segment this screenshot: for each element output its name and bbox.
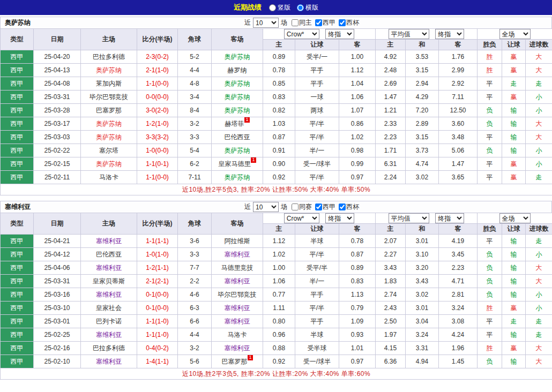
- away-team-link[interactable]: 赫罗纳: [228, 66, 247, 74]
- result-cell: 胜: [478, 342, 502, 355]
- filter-checkbox[interactable]: 同主: [292, 18, 312, 27]
- games-count-select[interactable]: 10: [253, 18, 279, 28]
- filter-checkbox[interactable]: 西甲: [315, 18, 335, 27]
- away-team-link[interactable]: 阿拉维斯: [225, 237, 250, 245]
- odds-handicap-cell: 平/半: [295, 131, 339, 144]
- away-team-link[interactable]: 奥萨苏纳: [225, 93, 250, 101]
- away-team-link[interactable]: 巴塞罗那: [221, 358, 247, 365]
- layout-radio[interactable]: [297, 4, 304, 11]
- odds-home-cell: 1.06: [263, 275, 295, 288]
- home-team-link[interactable]: 巴列卡诺: [96, 318, 122, 325]
- col-odds-home: 主: [263, 224, 295, 235]
- filter-checkbox-input[interactable]: [339, 203, 346, 210]
- odds-away-cell: 1.04: [339, 77, 376, 91]
- league-cell: 西甲: [1, 355, 34, 368]
- home-team-link[interactable]: 塞维利亚: [96, 291, 122, 298]
- filter-checkbox[interactable]: 西杯: [339, 202, 359, 212]
- average-select[interactable]: 平均值: [389, 29, 429, 39]
- away-team-link[interactable]: 奥萨苏纳: [225, 107, 250, 114]
- filter-checkbox[interactable]: 西杯: [339, 18, 359, 27]
- away-team-link[interactable]: 塞维利亚: [225, 251, 250, 258]
- average-select[interactable]: 平均值: [389, 213, 429, 223]
- odds-stage-select[interactable]: 终指: [325, 213, 354, 223]
- home-team-link[interactable]: 巴拉多利德: [93, 344, 125, 352]
- odds-home-cell: 0.85: [263, 77, 295, 91]
- home-team-link[interactable]: 巴拉多利德: [93, 53, 125, 61]
- scope-select[interactable]: 全场: [499, 29, 531, 39]
- filter-checkboxes: 同主西甲西杯: [292, 18, 359, 27]
- layout-option-horizontal[interactable]: 横版: [297, 3, 318, 12]
- away-team-link[interactable]: 奥萨苏纳: [225, 147, 250, 154]
- home-team-link[interactable]: 塞维利亚: [96, 331, 122, 338]
- section-header: 奥萨苏纳 近 10 场 同主西甲西杯: [0, 17, 552, 28]
- away-team-link[interactable]: 塞维利亚: [225, 344, 250, 352]
- home-team-link[interactable]: 塞尔塔: [99, 147, 118, 154]
- home-team-link[interactable]: 奥萨苏纳: [96, 160, 122, 168]
- away-team-link[interactable]: 皇家马德里: [218, 160, 250, 168]
- filter-checkbox-input[interactable]: [339, 19, 346, 26]
- filter-checkbox[interactable]: 西甲: [315, 202, 335, 212]
- result-cell: 胜: [478, 64, 502, 77]
- home-team-link[interactable]: 毕尔巴鄂竞技: [89, 93, 128, 101]
- date-cell: 25-02-11: [34, 171, 81, 184]
- summary-row: 近10场,胜2平3负5, 胜率:20% 让胜率:20% 大率:40% 单率:60…: [1, 368, 552, 380]
- away-team-link[interactable]: 奥萨苏纳: [225, 80, 250, 87]
- team-section: 奥萨苏纳 近 10 场 同主西甲西杯 类型 日期 主场 比: [0, 17, 552, 195]
- home-team-link[interactable]: 皇家社会: [96, 304, 122, 312]
- score-cell: 0-1(0-0): [137, 301, 178, 315]
- away-team-link[interactable]: 塞维利亚: [225, 277, 250, 285]
- away-team-cell: 塞维利亚: [212, 301, 263, 315]
- away-team-link[interactable]: 塞维利亚: [225, 318, 250, 325]
- filter-checkbox[interactable]: 同赛: [292, 202, 312, 212]
- score-cell: 1-0(1-0): [137, 248, 178, 261]
- home-team-link[interactable]: 马洛卡: [99, 174, 118, 181]
- layout-radio[interactable]: [269, 4, 276, 11]
- home-team-link[interactable]: 塞维利亚: [96, 237, 122, 245]
- home-team-link[interactable]: 塞维利亚: [96, 264, 122, 272]
- home-team-link[interactable]: 奥萨苏纳: [96, 133, 122, 141]
- layout-option-vertical[interactable]: 竖版: [269, 3, 290, 12]
- league-cell: 西甲: [1, 235, 34, 248]
- score-cell: 1-1(0-1): [137, 157, 178, 171]
- odds-home-cell: 0.90: [263, 157, 295, 171]
- home-team-link[interactable]: 奥萨苏纳: [96, 66, 122, 74]
- odds-company-select[interactable]: Crow*: [284, 29, 319, 39]
- away-team-link[interactable]: 马德里竞技: [221, 264, 253, 272]
- avg-home-cell: 2.69: [376, 77, 406, 91]
- odds-stage-select[interactable]: 终指: [325, 29, 354, 39]
- games-count-select[interactable]: 10: [253, 202, 279, 212]
- home-team-link[interactable]: 奥萨苏纳: [96, 120, 122, 127]
- home-team-link[interactable]: 莱加内斯: [96, 80, 122, 87]
- away-team-link[interactable]: 奥萨苏纳: [225, 53, 250, 61]
- filter-checkbox-input[interactable]: [315, 203, 322, 210]
- home-team-link[interactable]: 皇家贝蒂斯: [93, 277, 125, 285]
- away-team-link[interactable]: 赫塔菲: [225, 120, 244, 127]
- away-team-link[interactable]: 奥萨苏纳: [225, 174, 250, 181]
- match-row: 西甲25-04-13奥萨苏纳2-1(1-0)4-4赫罗纳0.78平手1.122.…: [1, 64, 552, 77]
- home-team-link[interactable]: 巴伦西亚: [96, 251, 122, 258]
- filter-checkbox-input[interactable]: [315, 19, 322, 26]
- summary-text: 近10场,胜2平3负5, 胜率:20% 让胜率:20% 大率:40% 单率:60…: [1, 368, 552, 380]
- result-cell: 负: [478, 261, 502, 275]
- average-selects-cell: 平均值 终指: [376, 29, 478, 40]
- away-team-link[interactable]: 巴伦西亚: [225, 133, 250, 141]
- controls-row: 类型 日期 主场 比分(半场) 角球 客场 Crow* 终指 平均值 终指: [1, 29, 552, 40]
- average-stage-select[interactable]: 终指: [435, 213, 464, 223]
- col-avg-away: 客: [439, 40, 478, 50]
- away-team-link[interactable]: 马洛卡: [228, 331, 247, 338]
- away-team-cell: 马洛卡: [212, 328, 263, 342]
- home-team-link[interactable]: 巴塞罗那: [96, 107, 122, 114]
- odds-company-select[interactable]: Crow*: [284, 213, 319, 223]
- odds-away-cell: 0.78: [339, 235, 376, 248]
- filter-checkbox-input[interactable]: [292, 19, 299, 26]
- away-team-link[interactable]: 塞维利亚: [225, 304, 250, 312]
- goals-result-cell: 小: [526, 157, 552, 171]
- away-team-link[interactable]: 毕尔巴鄂竞技: [218, 291, 257, 298]
- avg-home-cell: 2.43: [376, 301, 406, 315]
- scope-select[interactable]: 全场: [499, 213, 531, 223]
- filter-checkbox-input[interactable]: [292, 203, 299, 210]
- average-stage-select[interactable]: 终指: [435, 29, 464, 39]
- home-team-link[interactable]: 塞维利亚: [96, 358, 122, 365]
- odds-home-cell: 0.83: [263, 91, 295, 104]
- match-row: 西甲25-03-10皇家社会0-1(0-0)6-3塞维利亚1.11平/半0.79…: [1, 301, 552, 315]
